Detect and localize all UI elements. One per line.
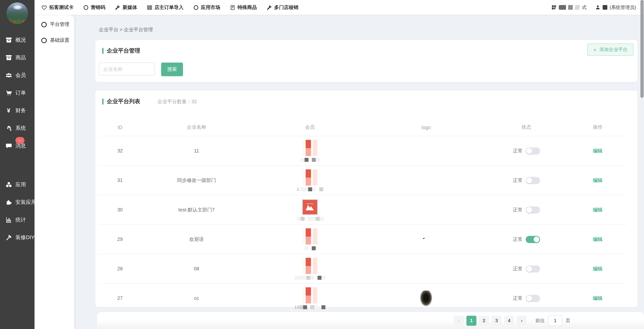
page-title: 企业平台管理 [107,47,140,55]
member-name-redacted [304,246,316,250]
next-page-button[interactable]: › [517,316,527,326]
member-name-redacted [296,217,324,220]
enterprise-id: 31 [117,178,122,183]
prev-page-button[interactable]: ‹ [454,316,464,326]
submenu-item-平台管理[interactable]: 平台管理 [34,16,74,32]
topnav-item-多门店核销[interactable]: 多门店核销 [262,4,303,10]
cell-name: 欢迎语 [141,224,252,254]
redaction-block [304,246,308,250]
topnav-item-label: 多门店核销 [274,4,298,10]
circle-icon [83,4,89,10]
page-button-3[interactable]: 3 [492,316,502,326]
search-card: 企业平台管理 + 添加企业平台 搜索 [95,40,638,82]
sidebar-item-应用[interactable]: 应用 [0,176,34,194]
page-button-4[interactable]: 4 [504,316,514,326]
enterprise-name: cc [194,296,199,301]
cell-member [252,224,368,254]
sidebar-item-概况[interactable]: 概况 [0,31,34,49]
cell-id: 28 [99,254,141,284]
redaction-block [302,276,306,280]
sidebar-item-装修DIY[interactable]: 装修DIY [0,229,34,246]
topnav-item-店主订单导入[interactable]: 店主订单导入 [142,4,188,10]
topnav-item-特殊商品[interactable]: 特殊商品 [225,4,262,10]
redaction-block [296,217,300,220]
submenu-item-基础设置[interactable]: 基础设置 [34,32,74,48]
sidebar-item-会员[interactable]: 会员 [0,66,34,84]
topnav-right: 式 (系统管理员) [552,4,644,10]
status-cell: 正常 [484,265,568,272]
status-toggle[interactable] [526,147,540,154]
redaction-block [304,217,308,220]
user-menu[interactable]: (系统管理员) [595,4,636,10]
chat-icon [5,142,12,150]
redaction-block [300,187,304,191]
redaction-block [294,276,298,280]
cell-logo [368,224,484,254]
status-toggle[interactable] [526,236,540,243]
topnav-items: 拓客测试卡营销码新媒体店主订单导入应用市场特殊商品多门店核销 [34,4,303,10]
redaction-block [314,305,318,309]
cell-name: test-默认主部门7 [141,195,252,224]
sidebar-item-消息[interactable]: 消息... [0,137,34,154]
topnav-item-拓客测试卡[interactable]: 拓客测试卡 [37,4,78,10]
sidebar-item-财务[interactable]: ¥财务 [0,102,34,119]
sidebar-item-系统[interactable]: 系统 [0,119,34,137]
status-toggle[interactable] [526,265,540,272]
redaction-block [318,276,322,280]
scrollbar-thumb[interactable] [640,0,644,98]
table-card: 企业平台列表 企业平台数量：32 ID企业名称会员logo状态操作 3211正常… [95,90,638,307]
logo-image-robot [420,290,432,306]
edit-link[interactable]: 编辑 [593,148,602,153]
cell-action: 编辑 [569,136,627,166]
sidebar-item-label: 统计 [16,216,26,223]
sidebar-item-订单[interactable]: 订单 [0,84,34,102]
cell-id: 27 [99,284,141,313]
sidebar-item-label: 装修DIY [16,234,34,241]
circle-icon [193,4,199,10]
page-button-2[interactable]: 2 [479,316,489,326]
redaction-block [300,217,304,220]
goto-page-input[interactable] [548,315,562,326]
status-toggle[interactable] [526,295,540,302]
enterprise-name-input[interactable] [99,62,155,76]
sidebar-item-统计[interactable]: 统计 [0,211,34,229]
member-avatar-logo [302,199,318,215]
search-button[interactable]: 搜索 [161,62,183,76]
status-toggle[interactable] [526,177,540,184]
redacted-username [603,5,608,10]
cell-member [252,195,368,224]
cell-action: 编辑 [569,254,627,284]
edit-link[interactable]: 编辑 [593,236,602,242]
puzzle-icon [5,199,12,206]
circle-bullet-icon [41,38,47,43]
add-enterprise-button[interactable]: + 添加企业平台 [587,44,634,56]
table-row: 31同步修改一级部门1:正常编辑 [99,166,627,195]
status-toggle[interactable] [526,206,540,214]
enterprise-id: 27 [117,296,122,301]
cell-status: 正常 [484,284,569,313]
sidebar-item-安装应用[interactable]: 安装应用 [0,194,34,211]
column-header-会员: 会员 [252,119,368,136]
edit-link[interactable]: 编辑 [593,296,602,301]
redacted-text [575,5,580,10]
status-label: 正常 [513,236,523,242]
edit-link[interactable]: 编辑 [593,266,602,271]
member-avatar-redacted [302,140,318,156]
pagination-bar: ‹1234› 前往 页 [97,312,644,329]
edit-link[interactable]: 编辑 [593,178,602,183]
chart-icon [5,216,12,224]
add-enterprise-label: 添加企业平台 [600,46,628,53]
topnav-item-应用市场[interactable]: 应用市场 [188,4,225,10]
cell-status: 正常 [484,136,569,166]
topnav-item-营销码[interactable]: 营销码 [78,4,110,10]
edit-link[interactable]: 编辑 [593,207,602,212]
masked-account-switcher[interactable]: 式 [552,4,587,10]
wrench-icon [266,4,272,10]
topnav-item-新媒体[interactable]: 新媒体 [110,4,142,10]
page-button-1[interactable]: 1 [466,316,476,326]
redaction-block [299,305,303,309]
app-root: 概况商品会员订单¥财务系统消息... 应用安装应用统计装修DIY 拓客测试卡营销… [0,0,644,329]
redaction-block [312,187,316,191]
table-header-row: ID企业名称会员logo状态操作 [99,119,627,136]
sidebar-item-商品[interactable]: 商品 [0,49,34,66]
